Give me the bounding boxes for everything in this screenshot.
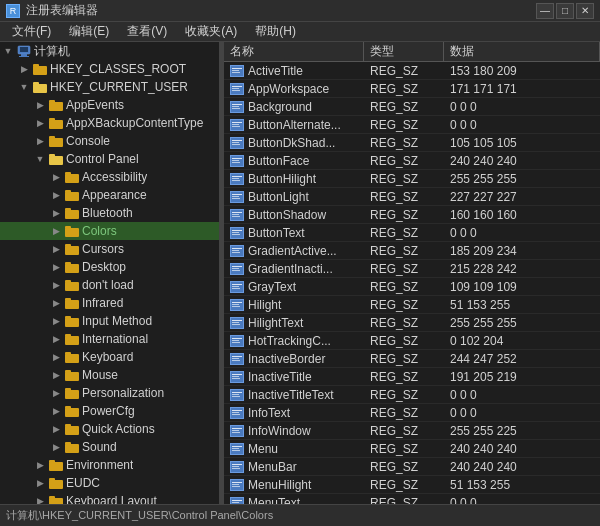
tree-item-control_panel[interactable]: ▼ Control Panel — [0, 150, 219, 168]
table-row[interactable]: HilightREG_SZ51 153 255 — [224, 296, 600, 314]
tree-expand-icon[interactable]: ▶ — [48, 438, 64, 456]
tree-expand-icon[interactable]: ▶ — [48, 384, 64, 402]
table-row[interactable]: ActiveTitleREG_SZ153 180 209 — [224, 62, 600, 80]
tree-item-appevents[interactable]: ▶ AppEvents — [0, 96, 219, 114]
table-row[interactable]: HilightTextREG_SZ255 255 255 — [224, 314, 600, 332]
tree-item-console[interactable]: ▶ Console — [0, 132, 219, 150]
tree-expand-icon[interactable]: ▶ — [48, 348, 64, 366]
tree-expand-icon[interactable]: ▶ — [48, 420, 64, 438]
tree-item-hkey_current_user[interactable]: ▼ HKEY_CURRENT_USER — [0, 78, 219, 96]
menu-item-help[interactable]: 帮助(H) — [247, 21, 304, 42]
tree-item-accessibility[interactable]: ▶ Accessibility — [0, 168, 219, 186]
tree-expand-icon[interactable]: ▶ — [48, 240, 64, 258]
menu-item-file[interactable]: 文件(F) — [4, 21, 59, 42]
table-row[interactable]: MenuREG_SZ240 240 240 — [224, 440, 600, 458]
table-row[interactable]: InfoTextREG_SZ0 0 0 — [224, 404, 600, 422]
table-row[interactable]: ButtonHilightREG_SZ255 255 255 — [224, 170, 600, 188]
tree-expand-icon[interactable]: ▶ — [48, 204, 64, 222]
table-row[interactable]: GradientInacti...REG_SZ215 228 242 — [224, 260, 600, 278]
table-row[interactable]: GradientActive...REG_SZ185 209 234 — [224, 242, 600, 260]
table-row[interactable]: ButtonFaceREG_SZ240 240 240 — [224, 152, 600, 170]
value-data-cell: 215 228 242 — [444, 262, 600, 276]
tree-item-powercfg[interactable]: ▶ PowerCfg — [0, 402, 219, 420]
table-row[interactable]: MenuBarREG_SZ240 240 240 — [224, 458, 600, 476]
tree-item-dont_load[interactable]: ▶ don't load — [0, 276, 219, 294]
tree-expand-icon[interactable]: ▶ — [32, 96, 48, 114]
table-row[interactable]: AppWorkspaceREG_SZ171 171 171 — [224, 80, 600, 98]
table-row[interactable]: ButtonAlternate...REG_SZ0 0 0 — [224, 116, 600, 134]
menu-item-favorites[interactable]: 收藏夹(A) — [177, 21, 245, 42]
tree-expand-icon[interactable]: ▶ — [32, 492, 48, 504]
menu-item-edit[interactable]: 编辑(E) — [61, 21, 117, 42]
table-row[interactable]: InactiveTitleTextREG_SZ0 0 0 — [224, 386, 600, 404]
tree-expand-icon[interactable]: ▼ — [0, 42, 16, 60]
table-row[interactable]: ButtonLightREG_SZ227 227 227 — [224, 188, 600, 206]
value-type-cell: REG_SZ — [364, 136, 444, 150]
table-row[interactable]: BackgroundREG_SZ0 0 0 — [224, 98, 600, 116]
column-header-data[interactable]: 数据 — [444, 42, 600, 61]
tree-expand-icon[interactable]: ▶ — [48, 366, 64, 384]
tree-item-environment[interactable]: ▶ Environment — [0, 456, 219, 474]
tree-expand-icon[interactable]: ▼ — [16, 78, 32, 96]
tree-item-appxbackupcontenttype[interactable]: ▶ AppXBackupContentType — [0, 114, 219, 132]
svg-rect-72 — [232, 70, 239, 71]
tree-item-computer[interactable]: ▼ 计算机 — [0, 42, 219, 60]
tree-item-hkey_classes_root[interactable]: ▶ HKEY_CLASSES_ROOT — [0, 60, 219, 78]
tree-expand-icon[interactable]: ▶ — [48, 294, 64, 312]
table-row[interactable]: ButtonDkShad...REG_SZ105 105 105 — [224, 134, 600, 152]
tree-expand-icon[interactable]: ▶ — [48, 222, 64, 240]
tree-expand-icon[interactable]: ▶ — [48, 168, 64, 186]
menu-item-view[interactable]: 查看(V) — [119, 21, 175, 42]
close-button[interactable]: ✕ — [576, 3, 594, 19]
tree-expand-icon[interactable]: ▶ — [48, 330, 64, 348]
tree-item-appearance[interactable]: ▶ Appearance — [0, 186, 219, 204]
tree-expand-icon[interactable]: ▶ — [48, 276, 64, 294]
minimize-button[interactable]: — — [536, 3, 554, 19]
svg-rect-151 — [232, 428, 242, 429]
table-row[interactable]: ButtonTextREG_SZ0 0 0 — [224, 224, 600, 242]
tree-item-cursors[interactable]: ▶ Cursors — [0, 240, 219, 258]
svg-rect-139 — [232, 374, 242, 375]
tree-expand-icon[interactable]: ▶ — [32, 114, 48, 132]
tree-item-quick_actions[interactable]: ▶ Quick Actions — [0, 420, 219, 438]
tree-expand-icon[interactable]: ▶ — [48, 186, 64, 204]
tree-expand-icon[interactable]: ▶ — [32, 474, 48, 492]
value-name: HotTrackingC... — [248, 334, 331, 348]
tree-item-personalization[interactable]: ▶ Personalization — [0, 384, 219, 402]
tree-item-label: HKEY_CURRENT_USER — [50, 80, 188, 94]
table-row[interactable]: ButtonShadowREG_SZ160 160 160 — [224, 206, 600, 224]
registry-tree[interactable]: ▼ 计算机▶ HKEY_CLASSES_ROOT▼ HKEY_CURRENT_U… — [0, 42, 220, 504]
tree-item-eudc[interactable]: ▶ EUDC — [0, 474, 219, 492]
table-row[interactable]: GrayTextREG_SZ109 109 109 — [224, 278, 600, 296]
tree-item-sound[interactable]: ▶ Sound — [0, 438, 219, 456]
tree-item-mouse[interactable]: ▶ Mouse — [0, 366, 219, 384]
table-row[interactable]: HotTrackingC...REG_SZ0 102 204 — [224, 332, 600, 350]
tree-item-desktop[interactable]: ▶ Desktop — [0, 258, 219, 276]
maximize-button[interactable]: □ — [556, 3, 574, 19]
table-row[interactable]: MenuHilightREG_SZ51 153 255 — [224, 476, 600, 494]
registry-values[interactable]: 名称类型数据 ActiveTitleREG_SZ153 180 209 AppW… — [224, 42, 600, 504]
tree-expand-icon[interactable]: ▶ — [32, 132, 48, 150]
table-row[interactable]: MenuTextREG_SZ0 0 0 — [224, 494, 600, 504]
tree-item-international[interactable]: ▶ International — [0, 330, 219, 348]
tree-item-infrared[interactable]: ▶ Infrared — [0, 294, 219, 312]
tree-expand-icon[interactable]: ▶ — [48, 258, 64, 276]
tree-item-keyboard_layout[interactable]: ▶ Keyboard Layout — [0, 492, 219, 504]
tree-expand-icon[interactable]: ▶ — [32, 456, 48, 474]
tree-item-input_method[interactable]: ▶ Input Method — [0, 312, 219, 330]
tree-item-bluetooth[interactable]: ▶ Bluetooth — [0, 204, 219, 222]
tree-item-keyboard[interactable]: ▶ Keyboard — [0, 348, 219, 366]
value-type-cell: REG_SZ — [364, 316, 444, 330]
column-header-type[interactable]: 类型 — [364, 42, 444, 61]
table-row[interactable]: InactiveBorderREG_SZ244 247 252 — [224, 350, 600, 368]
svg-rect-81 — [232, 108, 240, 109]
value-type-cell: REG_SZ — [364, 226, 444, 240]
table-row[interactable]: InactiveTitleREG_SZ191 205 219 — [224, 368, 600, 386]
tree-expand-icon[interactable]: ▶ — [48, 402, 64, 420]
tree-item-colors[interactable]: ▶ Colors — [0, 222, 219, 240]
column-header-name[interactable]: 名称 — [224, 42, 364, 61]
tree-expand-icon[interactable]: ▼ — [32, 150, 48, 168]
tree-expand-icon[interactable]: ▶ — [48, 312, 64, 330]
tree-expand-icon[interactable]: ▶ — [16, 60, 32, 78]
table-row[interactable]: InfoWindowREG_SZ255 255 225 — [224, 422, 600, 440]
